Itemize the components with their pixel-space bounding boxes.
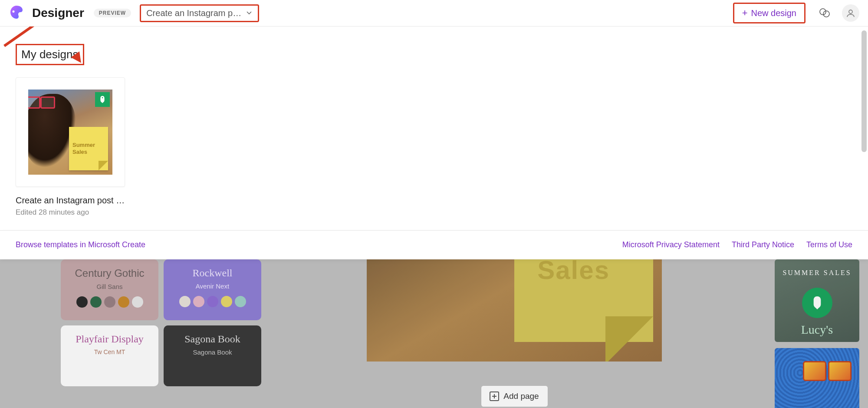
variant-label: SUMMER SALES [783,269,851,277]
sunglasses-icon [803,361,851,380]
main-content: My designs Summer Sales Create an Instag… [0,27,868,230]
font-card[interactable]: Sagona Book Sagona Book [164,325,261,386]
background-dim-layer: Century Gothic Gill Sans Rockwell Avenir… [0,259,868,408]
svg-point-1 [823,11,829,17]
feedback-icon[interactable] [818,6,832,20]
bird-badge-icon [95,92,110,107]
side-thumbnails: SUMMER SALES Lucy's SUMMER SALES [775,259,859,408]
font-card-main: Sagona Book [184,333,240,345]
thumb-sticky-text: Summer Sales [72,142,105,155]
font-card-sub: Avenir Next [196,282,229,290]
browse-templates-link[interactable]: Browse templates in Microsoft Create [16,240,145,249]
design-grid: Summer Sales Create an Instagram post … … [16,77,852,217]
font-card-sub: Sagona Book [193,348,232,356]
variant-script: Lucy's [801,323,833,337]
font-card-main: Rockwell [193,267,233,279]
font-card-sub: Tw Cen MT [94,348,125,355]
svg-point-0 [820,9,826,15]
bird-circle-icon [802,288,832,318]
third-party-link[interactable]: Third Party Notice [732,240,794,249]
svg-point-2 [849,10,852,13]
font-card-main: Century Gothic [75,267,144,279]
new-design-label: New design [751,8,796,18]
font-card[interactable]: Rockwell Avenir Next [164,259,261,320]
terms-link[interactable]: Terms of Use [806,240,852,249]
privacy-link[interactable]: Microsoft Privacy Statement [622,240,720,249]
doc-title-text: Create an Instagram p… [146,8,241,18]
app-header: Designer PREVIEW Create an Instagram p… … [0,0,868,27]
font-card-sub: Gill Sans [96,283,122,290]
design-card: Summer Sales Create an Instagram post … … [16,77,125,217]
designer-logo-icon [9,4,24,22]
font-card[interactable]: Century Gothic Gill Sans [61,259,158,320]
chevron-down-icon [246,8,253,18]
plus-square-icon [490,391,499,401]
variant-thumbnail[interactable]: SUMMER SALES [775,348,859,408]
design-card-meta: Edited 28 minutes ago [16,208,125,217]
color-dots [76,296,143,308]
footer-bar: Browse templates in Microsoft Create Mic… [0,230,868,259]
design-canvas[interactable]: Sales [367,259,662,362]
font-card[interactable]: Playfair Display Tw Cen MT [61,325,158,386]
plus-icon: + [742,7,748,19]
preview-badge: PREVIEW [94,9,131,17]
doc-title-dropdown[interactable]: Create an Instagram p… [140,4,259,22]
canvas-text: Sales [537,259,610,285]
app-name: Designer [32,6,84,20]
font-card-main: Playfair Display [76,333,144,345]
add-page-button[interactable]: Add page [481,385,548,407]
canvas-area: Sales Add page [367,259,662,407]
new-design-button[interactable]: + New design [733,3,806,23]
design-card-title: Create an Instagram post … [16,196,125,206]
color-dots [179,296,246,307]
font-style-panel: Century Gothic Gill Sans Rockwell Avenir… [61,259,273,391]
add-page-label: Add page [503,391,539,401]
section-title: My designs [21,48,79,61]
variant-thumbnail[interactable]: SUMMER SALES Lucy's [775,259,859,342]
account-avatar-button[interactable] [842,4,859,22]
design-thumbnail[interactable]: Summer Sales [16,77,125,187]
scrollbar-thumb[interactable] [861,30,867,152]
